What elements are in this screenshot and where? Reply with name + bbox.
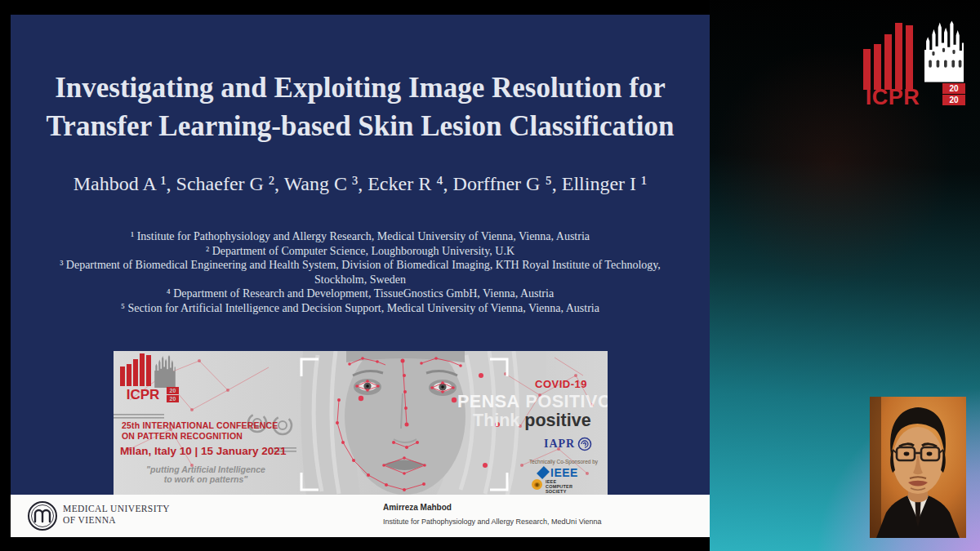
icpr-logo-year-bottom: 20	[942, 95, 965, 105]
presenter-webcam	[870, 397, 966, 538]
university-name-line-1: MEDICAL UNIVERSITY	[63, 503, 170, 514]
icpr-2020-logo: ICPR 20 20	[860, 11, 969, 111]
affiliation-line: ⁴ Department of Research and Development…	[11, 287, 710, 301]
ieee-computer-society-logo: ◉ IEEE COMPUTER SOCIETY	[532, 479, 572, 494]
think-positive-text: Thinkpositive	[473, 412, 591, 430]
banner-duomo-icon	[154, 355, 176, 388]
tagline-line-2: to work on patterns"	[120, 474, 292, 484]
affiliation-line: ¹ Institute for Pathophysiology and Alle…	[11, 229, 710, 244]
conference-name-line-1: 25th INTERNATIONAL CONFERENCE	[122, 420, 278, 431]
university-name: MEDICAL UNIVERSITY OF VIENNA	[63, 503, 170, 526]
conference-tagline: "putting Artificial Intelligence to work…	[120, 464, 292, 484]
iapr-logo: IAPR	[544, 437, 592, 451]
banner-logo-year-bottom: 20	[167, 395, 179, 402]
milan-duomo-icon	[924, 20, 964, 83]
presentation-slide: Investigating and Exploiting Image Resol…	[11, 15, 710, 495]
affiliation-line: ³ Department of Biomedical Engineering a…	[11, 258, 710, 273]
presenter-portrait	[870, 397, 966, 538]
ieee-logo-text: IEEE	[550, 466, 578, 479]
title-line-2: Transfer Learning-based Skin Lesion Clas…	[11, 107, 710, 145]
icpr-logo-year-top: 20	[942, 83, 965, 94]
ieee-logo: IEEE	[539, 466, 578, 479]
computer-society-text: IEEE COMPUTER SOCIETY	[546, 479, 572, 494]
icpr-logo-bars-icon	[863, 18, 920, 90]
conference-location-date: Milan, Italy 10 | 15 January 2021	[120, 445, 286, 457]
computer-society-icon: ◉	[532, 479, 542, 490]
ieee-diamond-icon	[537, 466, 550, 479]
icpr-logo-year: 20 20	[942, 83, 965, 105]
presenter-name: Amirreza Mahbod	[383, 503, 602, 512]
banner-logo-text: ICPR	[118, 388, 167, 402]
slide-title: Investigating and Exploiting Image Resol…	[11, 69, 710, 145]
banner-logo-year: 20 20	[167, 387, 179, 402]
tagline-line-1: "putting Artificial Intelligence	[120, 464, 292, 474]
banner-logo-year-top: 20	[167, 387, 179, 394]
icpr-logo-text: ICPR	[860, 87, 925, 109]
authors-line: Mahbod A ¹, Schaefer G ², Wang C ³, Ecke…	[11, 173, 710, 195]
video-frame: ICPR 20 20 Investigating and Exploiting …	[0, 0, 980, 551]
affiliation-line: ⁵ Section for Artificial Intelligence an…	[11, 301, 710, 316]
cosponsor-text: Technically Co-Sponsored by	[520, 459, 607, 464]
icpr-conference-banner: ICPR 20 20 25th INTERNATIONAL CONFERENCE…	[114, 351, 608, 495]
iapr-logo-text: IAPR	[544, 438, 575, 451]
affiliation-line: ² Department of Computer Science, Loughb…	[11, 244, 710, 259]
banner-icpr-logo: ICPR 20 20	[120, 353, 180, 407]
affiliations-block: ¹ Institute for Pathophysiology and Alle…	[11, 229, 710, 315]
conference-name: 25th INTERNATIONAL CONFERENCE ON PATTERN…	[122, 420, 278, 442]
banner-logo-bars-icon	[120, 353, 151, 386]
university-name-line-2: OF VIENNA	[63, 514, 170, 526]
presenter-info: Amirreza Mahbod Institute for Pathophysi…	[383, 503, 602, 526]
medical-university-vienna-logo	[26, 500, 59, 532]
covid-label: COVID-19	[526, 378, 596, 390]
conference-name-line-2: ON PATTERN RECOGNITION	[122, 431, 278, 442]
iapr-swirl-icon	[577, 437, 592, 451]
footer-bar: MEDICAL UNIVERSITY OF VIENNA Amirreza Ma…	[11, 495, 710, 537]
pensa-positivo-text: PENSAPOSITIVO	[457, 393, 608, 411]
title-line-1: Investigating and Exploiting Image Resol…	[11, 69, 710, 107]
presenter-affiliation: Institute for Pathophysiology and Allerg…	[383, 518, 602, 526]
affiliation-line: Stockholm, Sweden	[11, 273, 710, 287]
